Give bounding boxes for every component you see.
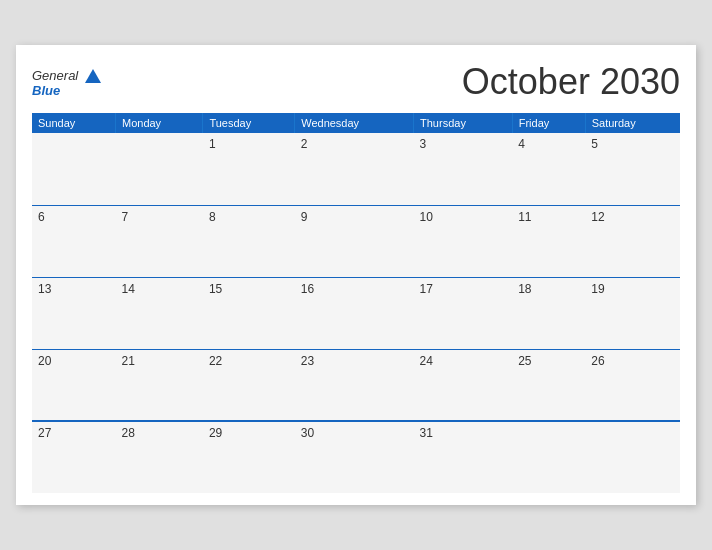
week-row-5: 27 28 29 30 31 [32,421,680,493]
day-cell [512,421,585,493]
week-row-4: 20 21 22 23 24 25 26 [32,349,680,421]
day-cell: 14 [115,277,202,349]
weekday-friday: Friday [512,113,585,133]
day-cell: 9 [295,205,414,277]
day-cell: 24 [414,349,513,421]
day-cell: 31 [414,421,513,493]
calendar-header: General Blue October 2030 [32,61,680,103]
day-cell: 28 [115,421,202,493]
day-cell: 13 [32,277,115,349]
weekday-tuesday: Tuesday [203,113,295,133]
day-cell: 10 [414,205,513,277]
logo-blue-text: Blue [32,84,101,98]
weekday-header-row: Sunday Monday Tuesday Wednesday Thursday… [32,113,680,133]
day-cell: 15 [203,277,295,349]
day-cell: 27 [32,421,115,493]
day-cell: 20 [32,349,115,421]
logo-triangle-icon [85,69,101,83]
day-cell: 18 [512,277,585,349]
day-cell: 21 [115,349,202,421]
day-cell: 8 [203,205,295,277]
day-cell: 30 [295,421,414,493]
month-title: October 2030 [462,61,680,103]
week-row-1: 1 2 3 4 5 [32,133,680,205]
week-row-2: 6 7 8 9 10 11 12 [32,205,680,277]
day-cell: 2 [295,133,414,205]
day-cell: 6 [32,205,115,277]
day-cell: 19 [585,277,680,349]
logo: General Blue [32,66,101,98]
logo-general-text: General [32,68,78,83]
day-cell [115,133,202,205]
day-cell: 25 [512,349,585,421]
day-cell [32,133,115,205]
calendar-table: Sunday Monday Tuesday Wednesday Thursday… [32,113,680,493]
day-cell: 5 [585,133,680,205]
calendar: General Blue October 2030 Sunday Monday … [16,45,696,505]
day-cell: 23 [295,349,414,421]
day-cell: 29 [203,421,295,493]
weekday-saturday: Saturday [585,113,680,133]
weekday-sunday: Sunday [32,113,115,133]
day-cell: 1 [203,133,295,205]
day-cell: 4 [512,133,585,205]
day-cell: 17 [414,277,513,349]
day-cell: 16 [295,277,414,349]
week-row-3: 13 14 15 16 17 18 19 [32,277,680,349]
day-cell: 12 [585,205,680,277]
day-cell [585,421,680,493]
day-cell: 3 [414,133,513,205]
day-cell: 11 [512,205,585,277]
day-cell: 7 [115,205,202,277]
weekday-wednesday: Wednesday [295,113,414,133]
weekday-thursday: Thursday [414,113,513,133]
weekday-monday: Monday [115,113,202,133]
day-cell: 26 [585,349,680,421]
day-cell: 22 [203,349,295,421]
